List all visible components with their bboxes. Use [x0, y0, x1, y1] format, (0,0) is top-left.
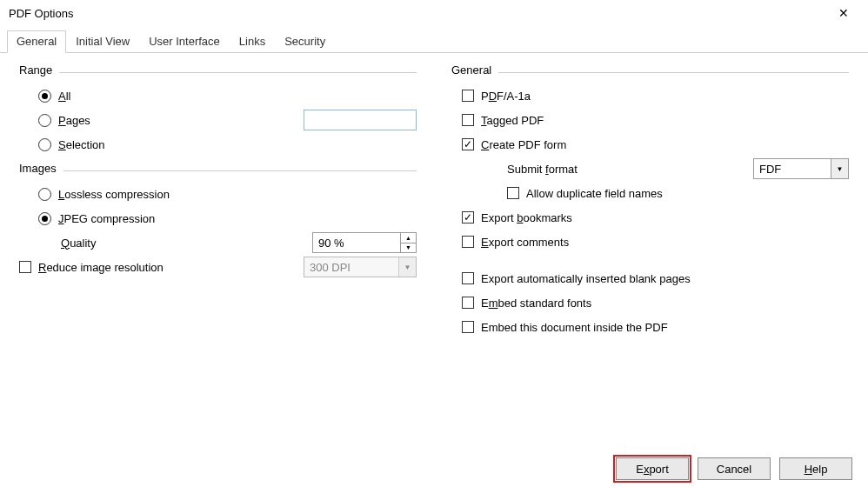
range-header: Range: [19, 63, 52, 77]
images-header: Images: [19, 162, 57, 175]
radio-jpeg[interactable]: [38, 212, 51, 225]
embed-doc-label: Embed this document inside the PDF: [481, 321, 668, 334]
chevron-down-icon: ▼: [398, 257, 416, 277]
radio-selection[interactable]: [38, 138, 51, 151]
pdfa-label: PDF/A-1a: [481, 90, 531, 103]
export-comments-label: Export comments: [481, 236, 569, 249]
chk-tagged[interactable]: [462, 114, 474, 126]
chk-create-form[interactable]: [462, 138, 474, 150]
radio-pages[interactable]: [38, 114, 51, 127]
allow-dup-label: Allow duplicate field names: [526, 187, 663, 200]
help-button[interactable]: Help: [779, 457, 852, 480]
dpi-value: 300 DPI: [304, 257, 398, 277]
pages-input[interactable]: [304, 110, 417, 130]
export-button[interactable]: Export: [616, 457, 689, 480]
chk-export-comments[interactable]: [462, 236, 474, 248]
quality-value[interactable]: 90 %: [313, 233, 400, 252]
tab-links[interactable]: Links: [230, 30, 275, 53]
radio-pages-label: Pages: [58, 114, 215, 127]
quality-up[interactable]: ▲: [401, 233, 416, 244]
chk-allow-dup[interactable]: [507, 187, 519, 199]
radio-selection-label: Selection: [58, 138, 104, 151]
embed-fonts-label: Embed standard fonts: [481, 297, 591, 310]
window-title: PDF Options: [9, 7, 73, 20]
close-icon[interactable]: ✕: [826, 3, 861, 23]
tagged-label: Tagged PDF: [481, 114, 544, 127]
radio-all-label: All: [58, 90, 70, 103]
tab-security[interactable]: Security: [275, 30, 335, 53]
radio-jpeg-label: JPEG compression: [58, 212, 155, 225]
tab-general[interactable]: General: [7, 30, 66, 53]
radio-all[interactable]: [38, 90, 51, 103]
quality-label: Quality: [61, 237, 191, 250]
chk-embed-fonts[interactable]: [462, 297, 474, 309]
dpi-combo: 300 DPI ▼: [304, 257, 417, 277]
submit-format-label: Submit format: [507, 163, 746, 176]
tab-initial-view[interactable]: Initial View: [66, 30, 139, 53]
export-bookmarks-label: Export bookmarks: [481, 211, 572, 224]
tab-strip: General Initial View User Interface Link…: [0, 30, 868, 53]
quality-stepper[interactable]: 90 % ▲▼: [312, 232, 417, 253]
create-form-label: Create PDF form: [481, 138, 566, 151]
radio-lossless-label: Lossless compression: [58, 188, 170, 201]
submit-format-value: FDF: [754, 159, 831, 178]
reduce-resolution-label: Reduce image resolution: [38, 261, 297, 274]
tab-user-interface[interactable]: User Interface: [139, 30, 230, 53]
blank-pages-label: Export automatically inserted blank page…: [481, 272, 691, 285]
chk-export-bookmarks[interactable]: [462, 211, 474, 223]
quality-down[interactable]: ▼: [401, 244, 416, 253]
chk-pdfa[interactable]: [462, 90, 474, 102]
cancel-button[interactable]: Cancel: [698, 457, 771, 480]
chk-blank-pages[interactable]: [462, 272, 474, 284]
radio-lossless[interactable]: [38, 188, 51, 201]
general-header: General: [451, 63, 491, 77]
submit-format-combo[interactable]: FDF ▼: [753, 158, 849, 179]
chk-reduce-resolution[interactable]: [19, 261, 31, 273]
chk-embed-doc[interactable]: [462, 321, 474, 333]
chevron-down-icon[interactable]: ▼: [831, 159, 848, 178]
